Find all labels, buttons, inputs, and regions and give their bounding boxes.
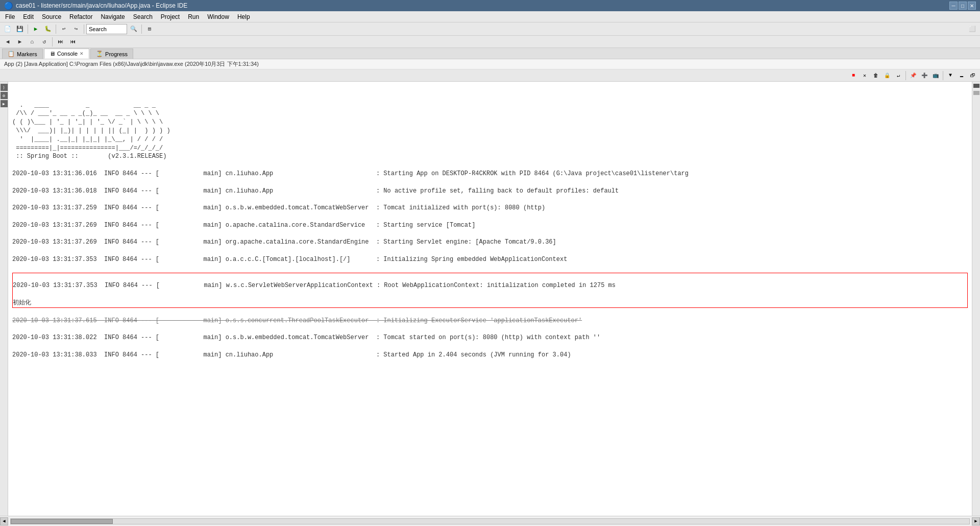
menu-navigate[interactable]: Navigate — [97, 12, 128, 21]
con-separator-2 — [943, 71, 943, 80]
console-toolbar: ■ ✕ 🗑 🔒 ↵ 📌 ➕ 📺 ▼ 🗕 🗗 — [0, 69, 980, 82]
title-bar: 🔵 case01 - listener/src/main/java/cn/liu… — [0, 0, 980, 11]
con-display-selected-button[interactable]: 📺 — [930, 70, 941, 81]
tb2-home-button[interactable]: ⌂ — [27, 36, 38, 47]
con-pin-button[interactable]: 📌 — [908, 70, 918, 81]
right-icon-2[interactable] — [973, 91, 979, 95]
right-sidebar — [972, 82, 980, 516]
tb-debug-button[interactable]: 🐛 — [42, 23, 54, 35]
close-button[interactable]: ✕ — [968, 2, 976, 10]
tab-console-close[interactable]: ✕ — [80, 51, 84, 56]
spring-boot-version: :: Spring Boot :: (v2.3.1.RELEASE) — [12, 153, 166, 160]
minimize-button[interactable]: ─ — [949, 2, 958, 10]
tb-redo-button[interactable]: ↪ — [70, 23, 82, 35]
tb2-separator-1 — [52, 37, 53, 46]
sidebar-icon-2[interactable]: ⚙ — [1, 92, 8, 99]
log-line-9: 2020-10-03 13:31:38.022 INFO 8464 --- [ … — [12, 333, 968, 342]
search-label: Search — [89, 26, 107, 32]
tb2-back-button[interactable]: ◀ — [2, 36, 13, 47]
main-layout: ⟩ ⚙ ▶ . ____ _ __ _ _ /\\ / ___'_ __ _ _… — [0, 82, 980, 516]
menu-source[interactable]: Source — [39, 12, 64, 21]
tb-separator-3 — [84, 25, 84, 34]
menu-refactor[interactable]: Refactor — [66, 12, 95, 21]
tb-search-button[interactable]: 🔍 — [128, 23, 139, 35]
tab-console-label: Console — [57, 51, 78, 57]
bottom-scrollbar[interactable]: ◀ ▶ — [0, 516, 980, 526]
spring-logo: . ____ _ __ _ _ /\\ / ___'_ __ _ _(_)_ _… — [12, 102, 170, 152]
toolbar-secondary: ◀ ▶ ⌂ ↺ ⏭ ⏮ — [0, 36, 980, 48]
menu-window[interactable]: Window — [204, 12, 232, 21]
console-cursor — [12, 93, 16, 100]
menu-project[interactable]: Project — [158, 12, 183, 21]
log-line-3: 2020-10-03 13:31:37.259 INFO 8464 --- [ … — [12, 204, 968, 212]
right-icon-1[interactable] — [973, 84, 979, 88]
tb-save-button[interactable]: 💾 — [14, 23, 26, 35]
app-icon: 🔵 — [4, 2, 13, 10]
tb-undo-button[interactable]: ↩ — [58, 23, 69, 35]
con-separator-1 — [905, 71, 906, 80]
con-view-menu-button[interactable]: ▼ — [945, 70, 955, 81]
tb2-prev-button[interactable]: ⏮ — [67, 36, 78, 47]
menu-bar: File Edit Source Refactor Navigate Searc… — [0, 11, 980, 22]
console-info-bar: App (2) [Java Application] C:\Program Fi… — [0, 59, 980, 69]
con-minimize-button[interactable]: 🗕 — [957, 70, 967, 81]
tb2-refresh-button[interactable]: ↺ — [39, 36, 50, 47]
log-line-4: 2020-10-03 13:31:37.269 INFO 8464 --- [ … — [12, 221, 968, 230]
console-output: . ____ _ __ _ _ /\\ / ___'_ __ _ _(_)_ _… — [8, 82, 972, 516]
maximize-button[interactable]: □ — [959, 2, 967, 10]
tb-separator-1 — [28, 25, 28, 34]
scroll-track[interactable] — [10, 518, 970, 524]
con-new-console-button[interactable]: ➕ — [919, 70, 929, 81]
menu-edit[interactable]: Edit — [20, 12, 37, 21]
log-line-8: 2020-10-03 13:31:37.615 INFO 8464 --- [ … — [12, 317, 968, 325]
progress-icon: ⏳ — [96, 51, 103, 57]
con-word-wrap-button[interactable]: ↵ — [893, 70, 903, 81]
console-icon: 🖥 — [50, 51, 55, 57]
log-line-7-highlighted: 2020-10-03 13:31:37.353 INFO 8464 --- [ … — [12, 273, 968, 308]
tab-markers[interactable]: 📋 Markers — [2, 49, 43, 59]
tab-console[interactable]: 🖥 Console ✕ — [44, 49, 89, 59]
tab-progress-label: Progress — [105, 51, 128, 57]
sidebar-icon-1[interactable]: ⟩ — [1, 84, 8, 91]
scroll-right-button[interactable]: ▶ — [972, 517, 980, 525]
log-line-2: 2020-10-03 13:31:36.018 INFO 8464 --- [ … — [12, 187, 968, 196]
search-box[interactable]: Search — [86, 24, 127, 34]
menu-run[interactable]: Run — [185, 12, 202, 21]
window-title: case01 - listener/src/main/java/cn/liuha… — [16, 2, 187, 9]
log-line-5: 2020-10-03 13:31:37.269 INFO 8464 --- [ … — [12, 238, 968, 247]
tb2-next-button[interactable]: ⏭ — [55, 36, 66, 47]
con-maximize-button[interactable]: 🗗 — [968, 70, 978, 81]
title-bar-controls: ─ □ ✕ — [949, 2, 976, 10]
con-stop-button[interactable]: ■ — [848, 70, 859, 81]
tab-bar: 📋 Markers 🖥 Console ✕ ⏳ Progress — [0, 48, 980, 59]
tb-separator-2 — [56, 25, 56, 34]
markers-icon: 📋 — [8, 51, 15, 57]
sidebar-icon-3[interactable]: ▶ — [1, 100, 8, 107]
menu-search[interactable]: Search — [130, 12, 156, 21]
toolbar-main: 📄 💾 ▶ 🐛 ↩ ↪ Search 🔍 ⊞ ⬜ — [0, 22, 980, 36]
log-line-7-extra: 初始化 — [13, 299, 967, 307]
title-bar-left: 🔵 case01 - listener/src/main/java/cn/liu… — [4, 2, 187, 10]
con-clear-button[interactable]: 🗑 — [871, 70, 881, 81]
tb-maximize-button[interactable]: ⬜ — [967, 23, 978, 35]
tb-perspective-button[interactable]: ⊞ — [144, 23, 155, 35]
menu-help[interactable]: Help — [234, 12, 253, 21]
scroll-thumb[interactable] — [11, 519, 113, 524]
left-sidebar: ⟩ ⚙ ▶ — [0, 82, 8, 516]
tab-markers-label: Markers — [17, 51, 37, 57]
tab-progress[interactable]: ⏳ Progress — [90, 49, 133, 59]
tb2-forward-button[interactable]: ▶ — [14, 36, 26, 47]
log-line-7: 2020-10-03 13:31:37.353 INFO 8464 --- [ … — [13, 281, 967, 290]
log-line-10: 2020-10-03 13:31:38.033 INFO 8464 --- [ … — [12, 351, 968, 360]
tb-separator-4 — [141, 25, 142, 34]
tb-new-button[interactable]: 📄 — [2, 23, 13, 35]
con-scroll-lock-button[interactable]: 🔒 — [882, 70, 892, 81]
log-line-1: 2020-10-03 13:31:36.016 INFO 8464 --- [ … — [12, 170, 968, 178]
tb-run-button[interactable]: ▶ — [30, 23, 41, 35]
con-close-button[interactable]: ✕ — [860, 70, 870, 81]
menu-file[interactable]: File — [2, 12, 18, 21]
console-info-text: App (2) [Java Application] C:\Program Fi… — [4, 60, 259, 68]
log-line-6: 2020-10-03 13:31:37.353 INFO 8464 --- [ … — [12, 255, 968, 264]
scroll-left-button[interactable]: ◀ — [0, 517, 8, 525]
